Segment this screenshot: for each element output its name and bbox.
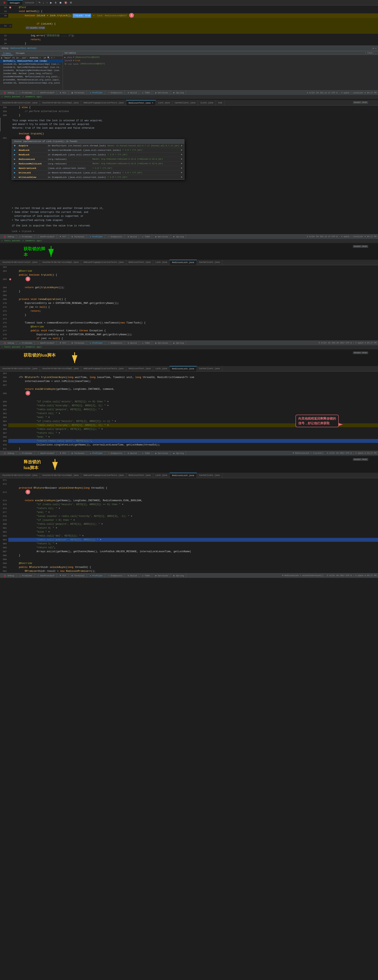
s3-genprotobuf[interactable]: ✓ GenProtobuf bbox=[36, 341, 57, 345]
status-profiler[interactable]: ✦ Profiler bbox=[88, 91, 105, 95]
s2-build[interactable]: ⚙ Build bbox=[126, 234, 139, 239]
frame-item-5[interactable]: invokeMethod696, ReflectionUtils.org.jun… bbox=[0, 75, 63, 78]
s4-spring[interactable]: ▶ Spring bbox=[171, 451, 186, 455]
s3-todo[interactable]: ☑ TODO bbox=[140, 341, 152, 345]
s5-terminal[interactable]: ⊞ Terminal bbox=[70, 573, 87, 578]
impl-row-acquire[interactable]: ■ Acquire in NonfairSync (cn.hutool.core… bbox=[12, 143, 184, 148]
impl-row-redissonlock[interactable]: ▶ RedissonLock (org.redisson) Maven: org… bbox=[12, 157, 184, 161]
tab-s3-redisson[interactable]: RedissonTest.java bbox=[126, 260, 153, 265]
impl-row-readlock1[interactable]: ▶ ReadLock in ReentrantReadWriteLock (ja… bbox=[12, 148, 184, 153]
s2-problems[interactable]: ⚠ Problems bbox=[18, 234, 35, 239]
tab-s3-lock[interactable]: Lock.java bbox=[153, 260, 170, 265]
s4-git[interactable]: ♦ Git bbox=[58, 451, 69, 455]
tab-s2-lock[interactable]: Lock.java bbox=[156, 100, 172, 105]
tab-s2-sim[interactable]: Sim bbox=[216, 100, 225, 105]
tab-s3-voucher[interactable]: VoucherOrderController.java bbox=[0, 260, 40, 265]
s2-genprotobuf[interactable]: ✓ GenProtobuf bbox=[36, 234, 57, 239]
impl-row-writelockview[interactable]: ▶ WriteLockView in StampedLock (java.uti… bbox=[12, 175, 184, 180]
s2-debug[interactable]: 🐞 Debug bbox=[2, 234, 16, 239]
tab-threads[interactable]: Threads bbox=[14, 52, 26, 55]
s3-spring[interactable]: ▶ Spring bbox=[171, 341, 186, 345]
s2-spring[interactable]: ▶ Spring bbox=[171, 234, 186, 239]
tab-s5-service[interactable]: VoucherOrderServiceImpl.java bbox=[40, 473, 81, 478]
impl-row-writelock[interactable]: ▶ WriteLock in ReentrantReadWriteLock (j… bbox=[12, 170, 184, 175]
s5-genprotobuf[interactable]: ✓ GenProtobuf bbox=[36, 573, 57, 578]
impl-row-reentrant[interactable]: ▶ ReentrantLock (java.util.concurrent.lo… bbox=[12, 166, 184, 170]
s5-spring[interactable]: ▶ Spring bbox=[171, 573, 186, 578]
debug-step-out[interactable]: ↑ bbox=[46, 1, 49, 5]
s4-services[interactable]: ◆ Services bbox=[153, 451, 170, 455]
frame-item-4[interactable]: invoke:498, Method (java.lang.reflect) bbox=[0, 72, 63, 75]
status-services[interactable]: ◆ Services bbox=[153, 91, 170, 95]
status-build[interactable]: ⚙ Build bbox=[126, 91, 139, 95]
tab-s2-service[interactable]: VoucherOrderServiceImpl.java bbox=[40, 100, 81, 105]
s5-problems[interactable]: ⚠ Problems bbox=[18, 573, 35, 578]
s5-build[interactable]: ⚙ Build bbox=[126, 573, 139, 578]
s4-profiler[interactable]: ✦ Profiler bbox=[88, 451, 105, 455]
debug-stop[interactable]: ⏹ bbox=[59, 1, 63, 5]
s5-services[interactable]: ◆ Services bbox=[153, 573, 170, 578]
s4-problems[interactable]: ⚠ Problems bbox=[18, 451, 35, 455]
s3-git[interactable]: ♦ Git bbox=[58, 341, 69, 345]
s3-terminal[interactable]: ⊞ Terminal bbox=[70, 341, 87, 345]
s2-services[interactable]: ◆ Services bbox=[153, 234, 170, 239]
status-endpoints[interactable]: ⚡ Endpoints bbox=[106, 91, 125, 95]
tab-frames[interactable]: Frames bbox=[2, 52, 13, 55]
tab-s2-cache[interactable]: CacheClient.java bbox=[172, 100, 198, 105]
tab-s4-lock[interactable]: Lock.java bbox=[153, 366, 170, 371]
s2-profiler[interactable]: ✦ Profiler bbox=[88, 234, 105, 239]
s3-endpoints[interactable]: ⚡ Endpoints bbox=[106, 341, 125, 345]
tab-s5-voucher[interactable]: VoucherOrderController.java bbox=[0, 473, 40, 478]
s4-endpoints[interactable]: ⚡ Endpoints bbox=[106, 451, 125, 455]
s4-debug[interactable]: 🐞 Debug bbox=[2, 451, 16, 455]
s5-profiler[interactable]: ✦ Profiler bbox=[88, 573, 105, 578]
tab-s2-ilock[interactable]: ILock.java bbox=[198, 100, 216, 105]
tab-s5-redisson[interactable]: RedissonTest.java bbox=[126, 473, 153, 478]
impl-row-readlock2[interactable]: ▶ ReadLock in StampedLock (java.util.con… bbox=[12, 153, 184, 157]
status-terminal[interactable]: ▣ Terminal bbox=[70, 91, 87, 95]
s5-todo[interactable]: ☑ TODO bbox=[140, 573, 152, 578]
status-todo[interactable]: ☑ TODO bbox=[140, 91, 152, 95]
frame-item-1[interactable]: invokeN:43, NativeMethodAccessorImpl (su… bbox=[0, 62, 63, 66]
impl-row-redissonmulti[interactable]: ▶ RedissonMultiLock (org.redisson) Maven… bbox=[12, 161, 184, 166]
status-genprotobuf[interactable]: ✓ GenProtobuf bbox=[36, 91, 57, 95]
frame-item-0[interactable]: method1(), RedissonTest.com (endp) bbox=[0, 59, 63, 62]
tab-s2-hmdian[interactable]: HmDianPingApplicationTests.java bbox=[81, 100, 126, 105]
tab-s4-voucher[interactable]: VoucherOrderController.java bbox=[0, 366, 40, 371]
frame-item-3[interactable]: invoke43, DelegatingMethodAccessorImpl (… bbox=[0, 69, 63, 72]
tab-s2-voucher[interactable]: VoucherOrderController.java bbox=[0, 100, 40, 105]
debug-step-into[interactable]: ↓ bbox=[42, 1, 45, 5]
debug-pause[interactable]: ⏸ bbox=[54, 1, 58, 5]
s5-git[interactable]: ♦ Git bbox=[58, 573, 69, 578]
tab-s3-redissonlock[interactable]: RedissonLock.java bbox=[170, 260, 196, 265]
s4-todo[interactable]: ☑ TODO bbox=[140, 451, 152, 455]
frame-item-7[interactable]: invokeA:33, AnnotationAccessorImpl.org.j… bbox=[0, 81, 63, 84]
status-spring[interactable]: ▶ Spring bbox=[171, 91, 186, 95]
tab-s4-cache[interactable]: CacheClient.java bbox=[197, 366, 222, 371]
tab-s4-service[interactable]: VoucherOrderServiceImpl.java bbox=[40, 366, 81, 371]
s4-genprotobuf[interactable]: ✓ GenProtobuf bbox=[36, 451, 57, 455]
s5-debug[interactable]: 🐞 Debug bbox=[2, 573, 16, 578]
s2-git[interactable]: ♦ Git bbox=[58, 234, 69, 239]
s4-terminal[interactable]: ⊞ Terminal bbox=[70, 451, 87, 455]
frame-item-2[interactable]: invokeN:0, NativeMethodAccessorImpl (sun… bbox=[0, 66, 63, 69]
s3-profiler[interactable]: ✦ Profiler bbox=[88, 341, 105, 345]
debug-step-over[interactable]: ↷ bbox=[38, 1, 41, 5]
status-git[interactable]: ♦ Git bbox=[58, 91, 69, 95]
tab-s5-hmdian[interactable]: HmDianPingApplicationTests.java bbox=[81, 473, 126, 478]
tab-s3-service[interactable]: VoucherOrderServiceImpl.java bbox=[40, 260, 81, 265]
tab-console[interactable]: Console bbox=[23, 0, 37, 5]
tab-s2-redisson[interactable]: RedissonTest.java × bbox=[126, 100, 156, 105]
s2-todo[interactable]: ☑ TODO bbox=[140, 234, 152, 239]
tab-s3-cache[interactable]: CacheClient.java bbox=[197, 260, 222, 265]
s3-debug[interactable]: 🐞 Debug bbox=[2, 341, 16, 345]
tab-s4-hmdian[interactable]: HmDianPingApplicationTests.java bbox=[81, 366, 126, 371]
debug-settings[interactable]: ⚙ bbox=[69, 1, 73, 5]
s2-endpoints[interactable]: ⚡ Endpoints bbox=[106, 234, 125, 239]
status-debug[interactable]: 🐞 Debug bbox=[2, 91, 16, 95]
s3-problems[interactable]: ⚠ Problems bbox=[18, 341, 35, 345]
tab-s4-redisson[interactable]: RedissonTest.java bbox=[126, 366, 153, 371]
tab-s5-lock[interactable]: Lock.java bbox=[153, 473, 170, 478]
s3-services[interactable]: ◆ Services bbox=[153, 341, 170, 345]
s2-terminal[interactable]: ⊞ Terminal bbox=[70, 234, 87, 239]
